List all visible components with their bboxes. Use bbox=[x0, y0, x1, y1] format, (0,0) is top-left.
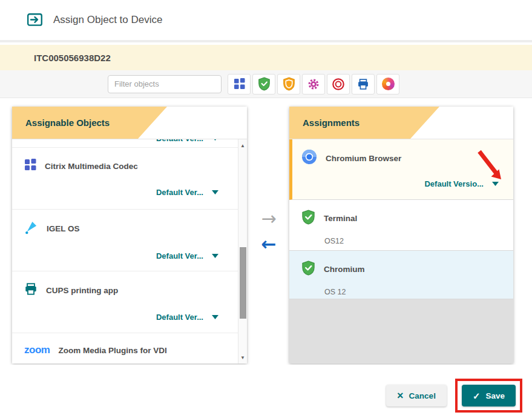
object-label: Terminal bbox=[324, 214, 357, 223]
igel-os-icon bbox=[24, 221, 38, 237]
object-label: Citrix Multimedia Codec bbox=[45, 162, 138, 171]
panel-tab: Assignments bbox=[289, 107, 439, 139]
os-version-label: OS 12 bbox=[324, 288, 504, 296]
cancel-button[interactable]: × Cancel bbox=[386, 385, 447, 406]
unassign-left-arrow-icon[interactable]: ← bbox=[261, 235, 276, 253]
scroll-up-icon[interactable]: ▲ bbox=[238, 141, 247, 150]
chevron-down-icon bbox=[212, 254, 218, 258]
apps-grid-icon[interactable] bbox=[228, 74, 251, 95]
object-label: Chromium Browser bbox=[326, 154, 401, 163]
profile-shield-green-icon bbox=[301, 260, 315, 278]
assignable-objects-list: Default Ver... Citrix Multimedia Codec bbox=[12, 139, 247, 363]
profile-shield-green-icon bbox=[301, 210, 315, 227]
printer-blue-icon[interactable] bbox=[352, 74, 375, 95]
chevron-down-icon bbox=[212, 315, 218, 319]
panel-title: Assignments bbox=[303, 118, 360, 128]
assignment-item-chromium[interactable]: Chromium OS 12 bbox=[289, 251, 513, 299]
device-id-bar: ITC005056938D22 bbox=[0, 45, 532, 70]
version-dropdown[interactable]: Default Ver... bbox=[24, 188, 229, 197]
assignable-objects-header: Assignable Objects bbox=[12, 107, 247, 139]
version-dropdown[interactable]: Default Ver... bbox=[24, 313, 229, 322]
panel-title: Assignable Objects bbox=[25, 118, 110, 128]
chevron-down-icon bbox=[212, 190, 218, 194]
scrollbar-thumb[interactable] bbox=[240, 247, 246, 319]
assignments-panel: Assignments Chromium Browser bbox=[289, 107, 513, 363]
scrollbar[interactable]: ▲ ▼ bbox=[238, 139, 247, 363]
citrix-grid-icon bbox=[24, 159, 36, 173]
save-button[interactable]: ✓ Save bbox=[462, 385, 516, 406]
object-type-filters bbox=[228, 74, 399, 95]
object-label: IGEL OS bbox=[47, 224, 80, 233]
os-version-label: OS12 bbox=[324, 237, 504, 245]
zoom-logo: zoom bbox=[24, 344, 50, 356]
assign-object-dialog: Assign Object to Device ITC005056938D22 bbox=[0, 0, 532, 418]
list-item-citrix-multimedia-codec[interactable]: Citrix Multimedia Codec Default Ver... bbox=[12, 148, 238, 210]
firmware-customization-gear-icon[interactable] bbox=[302, 74, 325, 95]
object-label: Zoom Media Plugins for VDI bbox=[58, 346, 166, 355]
list-item-zoom-media-plugins[interactable]: zoom Zoom Media Plugins for VDI bbox=[12, 333, 238, 363]
browser-swirl-icon[interactable] bbox=[376, 74, 399, 95]
master-profile-shield-orange-icon[interactable] bbox=[277, 74, 300, 95]
dialog-footer: × Cancel ✓ Save bbox=[0, 365, 532, 418]
exclusion-rings-red-icon[interactable] bbox=[327, 74, 350, 95]
panel-tab: Assignable Objects bbox=[12, 107, 167, 139]
version-dropdown[interactable]: Default Ver... bbox=[24, 251, 229, 260]
scroll-down-icon[interactable]: ▼ bbox=[238, 353, 247, 362]
annotation-save-highlight: ✓ Save bbox=[455, 379, 522, 413]
object-label: Chromium bbox=[324, 265, 365, 274]
list-item-partial[interactable]: Default Ver... bbox=[12, 139, 238, 148]
assignable-objects-panel: Assignable Objects Default Ver... bbox=[12, 107, 247, 363]
dialog-header: Assign Object to Device bbox=[0, 0, 532, 42]
assign-right-arrow-icon[interactable]: → bbox=[261, 210, 276, 228]
chevron-down-icon bbox=[212, 139, 218, 141]
list-item-igel-os[interactable]: IGEL OS Default Ver... bbox=[12, 210, 238, 271]
device-id: ITC005056938D22 bbox=[34, 53, 111, 63]
close-icon: × bbox=[397, 390, 404, 401]
filter-toolbar bbox=[0, 70, 532, 98]
list-item-cups-printing-app[interactable]: CUPS printing app Default Ver... bbox=[12, 271, 238, 333]
assignment-item-chromium-browser[interactable]: Chromium Browser Default Versio... bbox=[289, 139, 513, 200]
chromium-browser-icon bbox=[301, 149, 317, 167]
assignments-list: Chromium Browser Default Versio... Termi bbox=[289, 139, 513, 363]
dialog-title: Assign Object to Device bbox=[53, 14, 162, 26]
transfer-arrows: → ← bbox=[252, 210, 286, 253]
version-dropdown[interactable]: Default Versio... bbox=[301, 179, 504, 188]
version-dropdown[interactable]: Default Ver... bbox=[24, 139, 229, 143]
chevron-down-icon bbox=[492, 182, 499, 186]
assignments-header: Assignments bbox=[289, 107, 513, 139]
filter-objects-input[interactable] bbox=[108, 75, 222, 93]
assignment-item-terminal[interactable]: Terminal OS12 bbox=[289, 200, 513, 251]
profile-shield-green-icon[interactable] bbox=[252, 74, 275, 95]
assign-device-icon bbox=[27, 12, 44, 28]
object-label: CUPS printing app bbox=[46, 286, 118, 295]
cups-printer-icon bbox=[24, 282, 38, 298]
check-icon: ✓ bbox=[473, 391, 481, 400]
